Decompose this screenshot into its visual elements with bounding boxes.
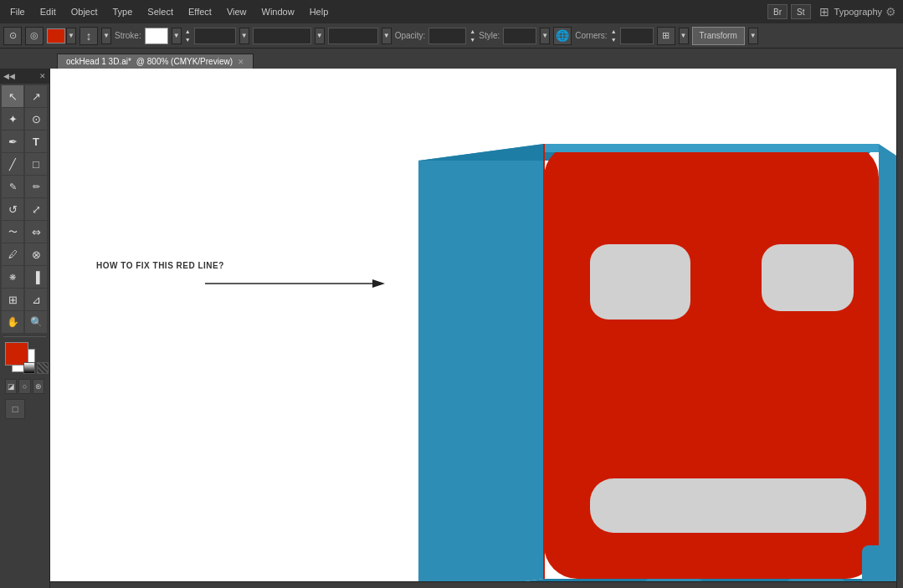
menu-effect[interactable]: Effect bbox=[182, 5, 218, 18]
none-swatch[interactable] bbox=[37, 362, 49, 374]
stroke-dropdown[interactable]: ▼ bbox=[172, 28, 182, 44]
tab-bar: ockHead 1 3D.ai* @ 800% (CMYK/Preview) ✕ bbox=[0, 49, 903, 69]
tool-grid: ↖ ↗ ✦ ⊙ ✒ T ╱ □ ✎ ✏ ↺ ⤢ 〜 ⇔ 🖊 ⊗ ❋ ▐ bbox=[0, 84, 49, 335]
menu-bar-right: Br St ⊞ Typography ⚙ bbox=[766, 0, 903, 23]
lasso-tool[interactable]: ⊙ bbox=[25, 108, 47, 130]
selection-tool[interactable]: ↖ bbox=[2, 85, 23, 107]
symbol-tool[interactable]: ❋ bbox=[2, 266, 23, 288]
zoom-tool[interactable]: 🔍 bbox=[25, 311, 47, 333]
warp-tool[interactable]: 〜 bbox=[2, 221, 23, 243]
stock-button[interactable]: St bbox=[791, 4, 810, 19]
arrow-dropdown[interactable]: ▼ bbox=[101, 28, 111, 44]
color-swatches bbox=[5, 342, 49, 374]
canvas-area[interactable]: HOW TO FIX THIS RED LINE? bbox=[50, 69, 903, 588]
color-area: ◪ ○ ⊛ bbox=[0, 339, 49, 397]
menu-type[interactable]: Type bbox=[106, 5, 140, 18]
tools-panel-header: ◀◀ ✕ bbox=[0, 69, 49, 84]
settings-icon: ⚙ bbox=[885, 5, 896, 18]
corners-label: Corners: bbox=[575, 31, 607, 40]
panel-close-icon[interactable]: ✕ bbox=[39, 72, 46, 80]
svg-rect-3 bbox=[590, 478, 866, 533]
rect-tool[interactable]: □ bbox=[25, 153, 47, 175]
bottom-tools: □ bbox=[0, 397, 49, 421]
line-tool[interactable]: ╱ bbox=[2, 153, 23, 175]
arrange-dropdown[interactable]: ▼ bbox=[679, 28, 689, 44]
style-dropdown[interactable]: ▼ bbox=[540, 28, 550, 44]
corners-stepper[interactable]: ▲ ▼ bbox=[611, 28, 617, 44]
graph-tool[interactable]: ▐ bbox=[25, 266, 47, 288]
main-area: ◀◀ ✕ ↖ ↗ ✦ ⊙ ✒ T ╱ □ ✎ ✏ ↺ ⤢ 〜 ⇔ 🖊 bbox=[0, 69, 903, 588]
menu-object[interactable]: Object bbox=[64, 5, 105, 18]
stroke-width-input[interactable] bbox=[194, 28, 236, 44]
right-scrollbar[interactable] bbox=[896, 69, 903, 588]
color-extras: ◪ ○ ⊛ bbox=[5, 379, 44, 394]
stroke-label: Stroke: bbox=[115, 31, 141, 40]
main-toolbar: ⊙ ◎ ▼ ↕ ▼ Stroke: ▼ ▲ ▼ ▼ ▼ Basic ▼ Opac… bbox=[0, 23, 903, 49]
document-tab[interactable]: ockHead 1 3D.ai* @ 800% (CMYK/Preview) ✕ bbox=[57, 54, 254, 69]
bridge-button[interactable]: Br bbox=[767, 4, 788, 19]
screen-mode-btn[interactable]: □ bbox=[5, 399, 25, 419]
toolbar-icon1[interactable]: ⊙ bbox=[3, 27, 22, 45]
workspace-label[interactable]: Typography bbox=[834, 7, 882, 17]
swatches-btn[interactable]: ⊛ bbox=[33, 379, 44, 394]
tab-filename: ockHead 1 3D.ai* bbox=[66, 57, 131, 66]
opacity-stepper[interactable]: ▲ ▼ bbox=[469, 28, 475, 44]
toolbar-icon2[interactable]: ◎ bbox=[25, 27, 44, 45]
arrange-btn[interactable]: ⊞ bbox=[657, 27, 675, 45]
stroke-color-swatch[interactable] bbox=[145, 28, 168, 44]
menu-window[interactable]: Window bbox=[255, 5, 301, 18]
brush-dropdown[interactable]: ▼ bbox=[315, 28, 325, 44]
artboard-tool[interactable]: ⊞ bbox=[2, 289, 23, 310]
paintbrush-tool[interactable]: ✎ bbox=[2, 176, 23, 197]
opacity-input[interactable]: 100% bbox=[428, 28, 466, 44]
color-picker-btn[interactable]: ○ bbox=[18, 379, 30, 394]
opacity-label: Opacity: bbox=[395, 31, 426, 40]
bottom-scrollbar[interactable] bbox=[50, 581, 896, 588]
stroke-width-stepper[interactable]: ▲ ▼ bbox=[185, 28, 191, 44]
color-mode-buttons bbox=[23, 362, 49, 374]
menu-file[interactable]: File bbox=[3, 5, 32, 18]
transform-dropdown[interactable]: ▼ bbox=[748, 28, 758, 44]
width-tool[interactable]: ⇔ bbox=[25, 221, 47, 243]
menu-items: File Edit Object Type Select Effect View… bbox=[0, 5, 335, 18]
brush-input[interactable] bbox=[253, 28, 311, 44]
tools-panel: ◀◀ ✕ ↖ ↗ ✦ ⊙ ✒ T ╱ □ ✎ ✏ ↺ ⤢ 〜 ⇔ 🖊 bbox=[0, 69, 50, 588]
globe-icon[interactable]: 🌐 bbox=[553, 27, 572, 45]
pencil-tool[interactable]: ✏ bbox=[25, 176, 47, 197]
scale-tool[interactable]: ⤢ bbox=[25, 198, 47, 220]
menu-view[interactable]: View bbox=[220, 5, 254, 18]
style-input[interactable] bbox=[503, 28, 536, 44]
menu-select[interactable]: Select bbox=[141, 5, 180, 18]
blend-tool[interactable]: ⊗ bbox=[25, 243, 47, 265]
style-label: Style: bbox=[479, 31, 500, 40]
pen-tool[interactable]: ✒ bbox=[2, 130, 23, 152]
fill-color-swatch[interactable] bbox=[47, 28, 65, 43]
direct-selection-tool[interactable]: ↗ bbox=[25, 85, 47, 107]
hand-tool[interactable]: ✋ bbox=[2, 311, 23, 333]
fill-color-dropdown[interactable]: ▼ bbox=[66, 28, 76, 44]
menu-bar: File Edit Object Type Select Effect View… bbox=[0, 0, 903, 23]
corners-input[interactable]: 0 px bbox=[620, 28, 654, 44]
blend-mode-input[interactable]: Basic bbox=[328, 28, 378, 44]
eyedropper-tool[interactable]: 🖊 bbox=[2, 243, 23, 265]
svg-rect-1 bbox=[590, 244, 690, 320]
type-tool[interactable]: T bbox=[25, 130, 47, 152]
color-guide-btn[interactable]: ◪ bbox=[5, 379, 17, 394]
stroke-width-dropdown[interactable]: ▼ bbox=[239, 28, 249, 44]
blend-mode-dropdown[interactable]: ▼ bbox=[382, 28, 392, 44]
tab-close-btn[interactable]: ✕ bbox=[238, 58, 244, 66]
menu-help[interactable]: Help bbox=[303, 5, 336, 18]
arrow-tool-btn[interactable]: ↕ bbox=[80, 27, 98, 45]
gradient-swatch[interactable] bbox=[23, 362, 35, 374]
tab-mode: @ 800% (CMYK/Preview) bbox=[136, 57, 233, 66]
svg-rect-2 bbox=[762, 244, 854, 311]
transform-button[interactable]: Transform bbox=[692, 27, 745, 45]
workspace-icon: ⊞ bbox=[819, 5, 829, 18]
slice-tool[interactable]: ⊿ bbox=[25, 289, 47, 310]
rotate-tool[interactable]: ↺ bbox=[2, 198, 23, 220]
illustration-svg bbox=[176, 69, 903, 588]
panel-collapse-icon[interactable]: ◀◀ bbox=[3, 72, 15, 80]
menu-edit[interactable]: Edit bbox=[33, 5, 63, 18]
magic-wand-tool[interactable]: ✦ bbox=[2, 108, 23, 130]
